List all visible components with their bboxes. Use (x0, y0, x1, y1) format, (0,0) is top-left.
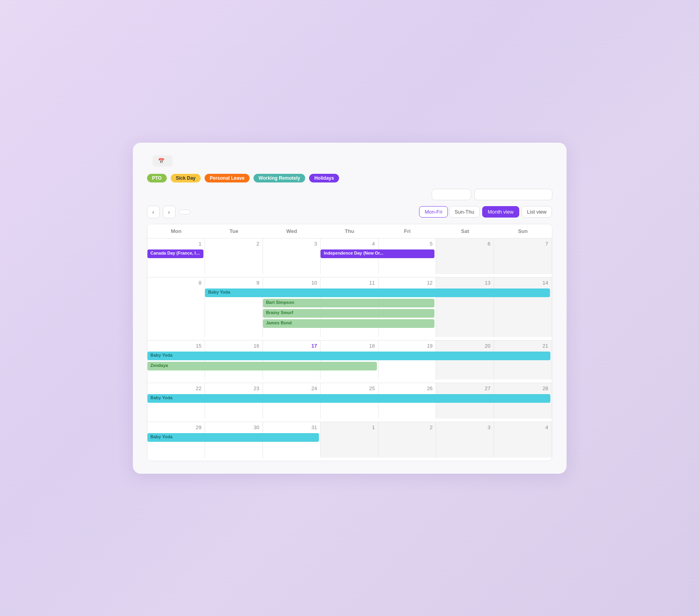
week-1: 891011121314Baby YodaBart SimpsonBrainy … (147, 277, 552, 341)
day-4-5: 3 (436, 422, 494, 458)
today-button[interactable] (179, 210, 190, 214)
day-number: 12 (382, 280, 433, 286)
day-0-1: 2 (205, 238, 263, 274)
next-button[interactable]: › (163, 206, 175, 218)
day-4-3: 1 (321, 422, 378, 458)
event-james-bond-1[interactable]: James Bond (263, 319, 435, 328)
day-number: 30 (208, 424, 259, 430)
week-3: 22232425262728Baby Yoda (147, 383, 552, 422)
day-0-2: 3 (263, 238, 321, 274)
day-number: 23 (208, 385, 259, 391)
day-4-6: 4 (494, 422, 552, 458)
controls-left: ‹ › (147, 206, 190, 218)
header-fri: Fri (378, 224, 436, 238)
day-number: 13 (439, 280, 490, 286)
day-number: 5 (382, 241, 433, 247)
day-number: 4 (497, 424, 548, 430)
week-0: 1234567Canada Day (France, India...Indep… (147, 238, 552, 277)
day-1-0: 8 (147, 277, 205, 337)
calendar: MonTueWedThuFriSatSun 1234567Canada Day … (147, 224, 552, 461)
week-4: 2930311234Baby Yoda (147, 422, 552, 461)
header-sun: Sun (494, 224, 552, 238)
badge-personal-leave[interactable]: Personal Leave (205, 174, 250, 182)
filter-input[interactable] (474, 189, 552, 200)
day-number: 19 (382, 343, 433, 349)
event-canada-day-(france,-india...-0[interactable]: Canada Day (France, India... (147, 249, 204, 258)
filter-select[interactable] (432, 189, 471, 200)
day-1-5: 13 (436, 277, 494, 337)
event-zendaya-2[interactable]: Zendaya (147, 362, 377, 370)
day-4-4: 2 (378, 422, 436, 458)
header-mon: Mon (147, 224, 205, 238)
day-1-6: 14 (494, 277, 552, 337)
header-sat: Sat (436, 224, 494, 238)
day-number: 14 (497, 280, 548, 286)
day-number: 16 (208, 343, 259, 349)
day-1-1: 9 (205, 277, 263, 337)
view-list[interactable]: List view (522, 206, 552, 218)
view-sun-thu[interactable]: Sun-Thu (449, 206, 480, 218)
sync-button[interactable]: 📅 (153, 155, 173, 167)
week-2: 15161718192021Baby YodaZendaya (147, 341, 552, 383)
day-number: 21 (497, 343, 548, 349)
day-number: 18 (324, 343, 375, 349)
day-number: 1 (151, 241, 202, 247)
day-number: 3 (266, 241, 317, 247)
day-number: 15 (151, 343, 202, 349)
day-number: 17 (266, 343, 317, 349)
event-baby-yoda-2[interactable]: Baby Yoda (147, 352, 550, 360)
badge-holidays[interactable]: Holidays (309, 174, 339, 182)
legend-row: PTOSick DayPersonal LeaveWorking Remotel… (147, 174, 552, 182)
day-number: 24 (266, 385, 317, 391)
calendar-icon: 📅 (158, 158, 164, 164)
day-number: 11 (324, 280, 375, 286)
badge-sick-day[interactable]: Sick Day (171, 174, 201, 182)
day-number: 26 (382, 385, 433, 391)
day-number: 2 (208, 241, 259, 247)
event-independence-day-(new-or...-0[interactable]: Independence Day (New Or... (321, 249, 434, 258)
header-thu: Thu (321, 224, 378, 238)
badge-working-remotely[interactable]: Working Remotely (254, 174, 305, 182)
day-number: 22 (151, 385, 202, 391)
view-mon-fri[interactable]: Mon-Fri (419, 206, 448, 218)
view-controls: Mon-Fri Sun-Thu Month view List view (419, 206, 552, 218)
controls-row: ‹ › Mon-Fri Sun-Thu Month view List view (147, 206, 552, 218)
view-group: Mon-Fri Sun-Thu (419, 206, 480, 218)
day-number: 8 (151, 280, 202, 286)
day-0-5: 6 (436, 238, 494, 274)
event-baby-yoda-3[interactable]: Baby Yoda (147, 394, 550, 403)
main-card: 📅 PTOSick DayPersonal LeaveWorking Remot… (133, 143, 567, 474)
day-number: 4 (324, 241, 375, 247)
view-month[interactable]: Month view (482, 206, 519, 218)
day-number: 25 (324, 385, 375, 391)
header-left: 📅 (147, 155, 173, 167)
header-row: 📅 (147, 155, 552, 167)
day-number: 10 (266, 280, 317, 286)
header-tue: Tue (205, 224, 263, 238)
day-0-6: 7 (494, 238, 552, 274)
day-number: 3 (439, 424, 490, 430)
event-brainy-smurf-1[interactable]: Brainy Smurf (263, 309, 435, 318)
day-number: 2 (382, 424, 433, 430)
header-wed: Wed (263, 224, 321, 238)
filter-row (147, 189, 552, 200)
event-baby-yoda-1[interactable]: Baby Yoda (205, 288, 550, 297)
day-number: 6 (439, 241, 490, 247)
day-number: 9 (208, 280, 259, 286)
event-bart-simpson-1[interactable]: Bart Simpson (263, 299, 435, 307)
day-number: 28 (497, 385, 548, 391)
event-baby-yoda-4[interactable]: Baby Yoda (147, 433, 319, 442)
day-number: 20 (439, 343, 490, 349)
day-number: 1 (324, 424, 375, 430)
day-number: 29 (151, 424, 202, 430)
day-number: 7 (497, 241, 548, 247)
calendar-header: MonTueWedThuFriSatSun (147, 224, 552, 238)
day-number: 31 (266, 424, 317, 430)
badge-pto[interactable]: PTO (147, 174, 167, 182)
calendar-body: 1234567Canada Day (France, India...Indep… (147, 238, 552, 461)
day-number: 27 (439, 385, 490, 391)
prev-button[interactable]: ‹ (147, 206, 160, 218)
